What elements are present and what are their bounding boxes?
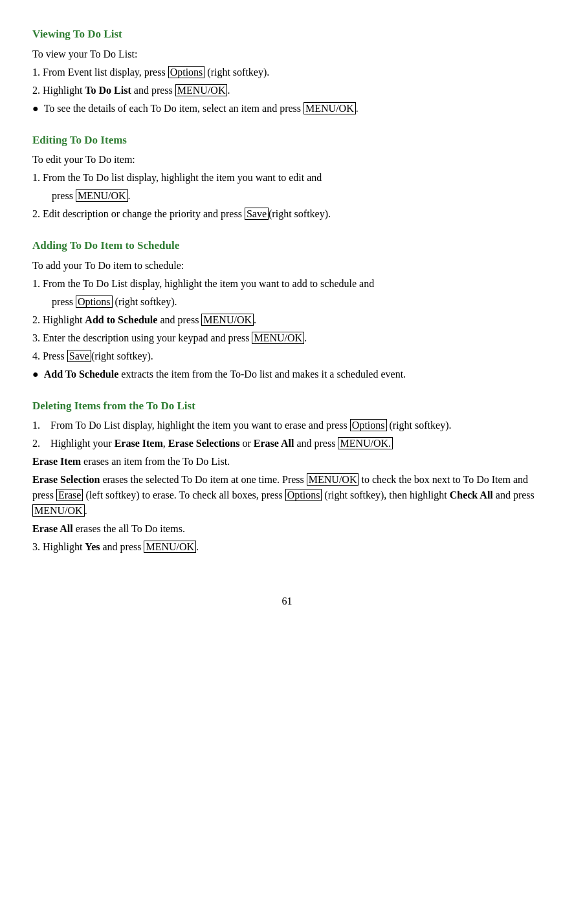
- erase-all-desc: Erase All erases the all To Do items.: [32, 521, 542, 537]
- menuok-box8: MENU/OK: [32, 504, 85, 517]
- section-title-viewing: Viewing To Do List: [32, 26, 542, 43]
- add-to-schedule-bold: Add to Schedule: [85, 314, 157, 325]
- section-editing: Editing To Do Items To edit your To Do i…: [32, 132, 542, 222]
- deleting-step2-text: Highlight your Erase Item, Erase Selecti…: [50, 436, 393, 451]
- deleting-step1-num: 1.: [32, 418, 50, 433]
- viewing-step1: 1. From Event list display, press Option…: [32, 65, 542, 80]
- erase-selection-bold2: Erase Selection: [32, 474, 100, 485]
- viewing-intro: To view your To Do List:: [32, 47, 542, 62]
- viewing-bullet-text: To see the details of each To Do item, s…: [44, 101, 359, 116]
- yes-bold: Yes: [85, 541, 100, 552]
- menuok-box4: MENU/OK: [201, 314, 254, 326]
- menuok-box9: MENU/OK: [144, 541, 196, 553]
- erase-all-bold2: Erase All: [32, 523, 73, 534]
- viewing-step2: 2. Highlight To Do List and press MENU/O…: [32, 83, 542, 98]
- adding-bullet-text: Add To Schedule extracts the item from t…: [44, 367, 406, 382]
- options-box: Options: [168, 66, 205, 78]
- deleting-step1-text: From To Do List display, highlight the i…: [50, 418, 451, 433]
- adding-intro: To add your To Do item to schedule:: [32, 258, 542, 274]
- section-title-deleting: Deleting Items from the To Do List: [32, 398, 542, 414]
- section-deleting: Deleting Items from the To Do List 1. Fr…: [32, 398, 542, 555]
- menuok-box5: MENU/OK: [252, 332, 304, 344]
- bullet-icon2: ●: [32, 367, 39, 382]
- page-number: 61: [32, 594, 542, 609]
- menuok-box3: MENU/OK: [76, 189, 128, 202]
- adding-step2: 2. Highlight Add to Schedule and press M…: [32, 312, 542, 328]
- adding-step1: 1. From the To Do List display, highligh…: [32, 276, 542, 292]
- page-content: Viewing To Do List To view your To Do Li…: [32, 26, 542, 555]
- adding-step1-cont: press Options (right softkey).: [52, 294, 542, 310]
- options-box3: Options: [350, 419, 387, 431]
- erase-item-bold2: Erase Item: [32, 456, 81, 467]
- deleting-step3: 3. Highlight Yes and press MENU/OK.: [32, 539, 542, 555]
- check-all-bold: Check All: [450, 489, 493, 500]
- bullet-icon: ●: [32, 101, 39, 116]
- editing-intro: To edit your To Do item:: [32, 152, 542, 167]
- editing-step2: 2. Edit description or change the priori…: [32, 206, 542, 222]
- deleting-step2-row: 2. Highlight your Erase Item, Erase Sele…: [32, 436, 542, 451]
- erase-box: Erase: [56, 489, 83, 501]
- save-box: Save: [245, 208, 269, 220]
- options-box2: Options: [76, 295, 113, 308]
- save-box2: Save: [67, 350, 91, 362]
- erase-selections-bold: Erase Selections: [168, 438, 240, 449]
- deleting-step2-num: 2.: [32, 436, 50, 451]
- erase-item-bold: Erase Item: [115, 438, 163, 449]
- editing-step1: 1. From the To Do list display, highligh…: [32, 170, 542, 186]
- options-box4: Options: [285, 489, 322, 501]
- deleting-step1-row: 1. From To Do List display, highlight th…: [32, 418, 542, 433]
- section-title-editing: Editing To Do Items: [32, 132, 542, 149]
- adding-step3: 3. Enter the description using your keyp…: [32, 330, 542, 346]
- menuok-box2: MENU/OK: [304, 102, 356, 114]
- erase-selection-desc: Erase Selection erases the selected To D…: [32, 472, 542, 519]
- section-title-adding: Adding To Do Item to Schedule: [32, 237, 542, 254]
- section-viewing: Viewing To Do List To view your To Do Li…: [32, 26, 542, 116]
- adding-step4: 4. Press Save(right softkey).: [32, 349, 542, 364]
- menuok-box: MENU/OK: [175, 84, 228, 96]
- todo-list-bold: To Do List: [85, 85, 131, 96]
- erase-all-bold: Erase All: [254, 438, 294, 449]
- menuok-box7: MENU/OK: [307, 473, 359, 486]
- viewing-bullet: ● To see the details of each To Do item,…: [32, 101, 542, 116]
- section-adding: Adding To Do Item to Schedule To add you…: [32, 237, 542, 382]
- erase-item-desc: Erase Item erases an item from the To Do…: [32, 454, 542, 469]
- adding-bullet: ● Add To Schedule extracts the item from…: [32, 367, 542, 382]
- menuok-box6: MENU/OK.: [338, 437, 393, 449]
- add-to-schedule-bold2: Add To Schedule: [44, 369, 119, 380]
- editing-step1-cont: press MENU/OK.: [52, 188, 542, 204]
